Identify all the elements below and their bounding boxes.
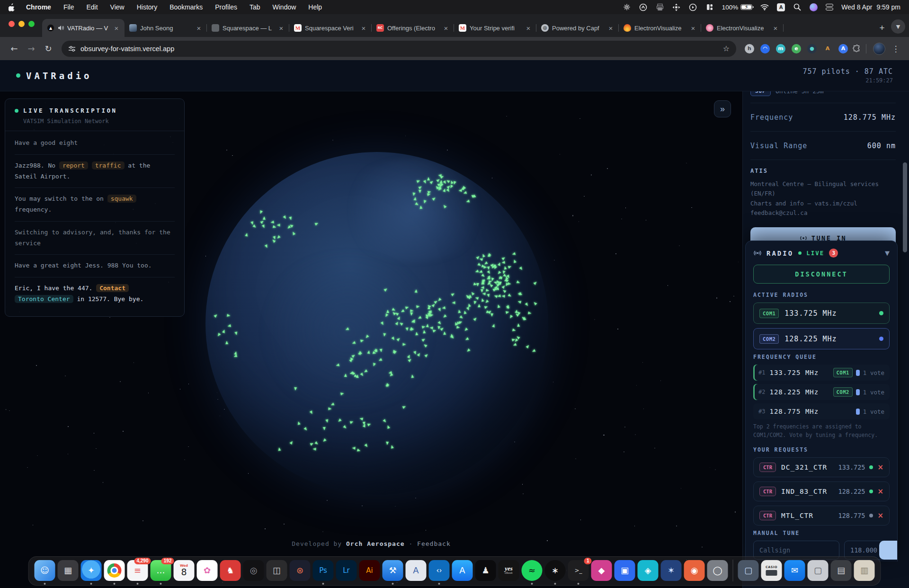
radio-panel-header[interactable]: RADIO LIVE 3 ▼ [753,249,890,258]
battery-indicator[interactable]: 100% ⚡ [722,4,753,11]
menu-item-view[interactable]: View [110,3,125,11]
profile-avatar[interactable] [873,43,885,55]
tab-2[interactable]: John Seong× [125,19,207,37]
siri-icon[interactable] [810,3,818,11]
footer-brand-link[interactable]: Orch Aerospace [346,540,405,547]
extension-icon-1[interactable]: h [745,44,754,53]
active-radio-com1[interactable]: COM1133.725 MHz [753,303,890,324]
menu-item-chrome[interactable]: Chrome [26,3,51,11]
dock-printer-app[interactable]: ▤ [831,560,852,581]
spotlight-search-icon[interactable] [793,3,802,11]
tab-close-icon[interactable]: × [606,24,615,32]
dock-terminal[interactable]: >_1 [568,560,589,581]
menu-item-tab[interactable]: Tab [250,3,260,11]
dock-vscode[interactable]: ‹› [429,560,450,581]
remove-request-icon[interactable]: × [877,463,883,472]
extension-icon-6[interactable]: A [823,44,832,53]
3d-tool-menubar-icon[interactable] [672,3,681,11]
dock-gray-disc-app[interactable]: ◯ [707,560,728,581]
extensions-puzzle-icon[interactable] [853,45,861,53]
dock-spotify[interactable]: ≈ [522,560,543,581]
tab-close-icon[interactable]: × [359,24,368,32]
dock-orange-app[interactable]: ◉ [684,560,705,581]
globe[interactable] [205,152,548,495]
minimize-window-button[interactable] [18,21,25,27]
queue-row-1[interactable]: #1133.725 MHzCOM11 vote [753,365,890,381]
tab-close-icon[interactable]: × [689,24,697,32]
scrollbar-thumb[interactable] [903,162,907,252]
dock-casio-calculator[interactable]: CASIO [761,560,782,581]
queue-row-2[interactable]: #2128.225 MHzCOM21 vote [753,384,890,400]
close-window-button[interactable] [9,21,15,27]
dock-messages[interactable]: …192 [151,560,171,581]
remove-request-icon[interactable]: × [877,511,883,520]
apple-menu-icon[interactable] [9,3,16,11]
menu-item-profiles[interactable]: Profiles [215,3,237,11]
queue-row-3[interactable]: #3128.775 MHz1 vote [753,403,890,419]
dock-finder[interactable]: ☺ [35,560,55,581]
tab-4[interactable]: MSquarespace Veri× [289,19,372,37]
url-text[interactable]: obsurvey-for-vatsim.vercel.app [80,45,174,53]
dock-hammer-tool[interactable]: ⚒ [383,560,403,581]
tab-1[interactable]: ▲VATRadio — V× [42,19,125,37]
zoom-window-button[interactable] [28,21,35,27]
dock-photos[interactable]: ✿ [197,560,218,581]
play-circle-menubar-icon[interactable] [689,3,697,11]
tab-close-icon[interactable]: × [195,24,203,32]
menu-item-bookmarks[interactable]: Bookmarks [169,3,203,11]
dock-yes-ebook[interactable]: yeseBook [499,560,519,581]
site-controls-icon[interactable] [68,45,76,52]
extension-icon-2[interactable]: ◠ [760,44,770,53]
dock-red-cat-app[interactable]: ♞ [220,560,241,581]
disconnect-button[interactable]: DISCONNECT [753,265,890,284]
dock-navy-app[interactable]: ✶ [661,560,682,581]
printer-menubar-icon[interactable] [656,3,664,11]
dock-app-store[interactable]: A [452,560,473,581]
keyword-pill[interactable]: squawk [107,195,136,203]
remove-request-icon[interactable]: × [877,487,883,496]
dock-lightroom[interactable]: Lr [336,560,357,581]
chrome-menu-icon[interactable]: ⋮ [889,44,902,53]
collapse-sidebar-button[interactable]: » [714,100,731,117]
dock-teal-app[interactable]: ◈ [638,560,659,581]
tab-close-icon[interactable]: × [277,24,285,32]
dock-drafting-app[interactable]: A [406,560,427,581]
chatgpt-menubar-icon[interactable] [623,3,631,11]
keyword-pill[interactable]: Contact [96,284,129,292]
keyword-pill[interactable]: traffic [92,161,125,169]
tab-8[interactable]: ElectronVisualize× [619,19,701,37]
manual-tune-submit-button[interactable] [879,541,898,560]
tab-3[interactable]: Squarespace — L× [207,19,289,37]
forward-button[interactable]: → [24,41,39,56]
tab-9[interactable]: ElectronVisualize× [701,19,784,37]
dock-blue-app[interactable]: ▣ [615,560,635,581]
reload-button[interactable]: ↻ [41,41,56,56]
menubar-clock[interactable]: Wed 8 Apr 9:59 pm [841,3,900,11]
dock-calendar[interactable]: Wed8 [174,560,195,581]
address-bar[interactable]: obsurvey-for-vatsim.vercel.app ☆ [62,41,736,57]
wifi-icon[interactable] [760,3,769,11]
dock-reminders[interactable]: ≡4,290 [127,560,148,581]
control-center-icon[interactable] [826,4,833,10]
dock-camera-lens-app[interactable]: ◎ [243,560,264,581]
dock-final-cut[interactable]: ◫ [267,560,287,581]
shield-menubar-icon[interactable] [639,3,648,11]
menu-item-edit[interactable]: Edit [86,3,98,11]
dock-photoshop[interactable]: Ps [313,560,334,581]
keyword-pill[interactable]: report [59,161,88,169]
dock-chatgpt[interactable]: ∗ [545,560,566,581]
tab-audio-icon[interactable] [58,25,64,31]
tab-5[interactable]: RCOfferings (Electro× [372,19,454,37]
back-button[interactable]: ← [7,41,22,56]
dock-illustrator[interactable]: Ai [359,560,380,581]
extension-icon-7[interactable]: A [838,44,848,53]
dock-mail[interactable]: ✉ [784,560,805,581]
dock-safari[interactable]: ✦ [81,560,102,581]
menu-item-file[interactable]: File [63,3,74,11]
tab-close-icon[interactable]: × [112,24,121,32]
dock-davinci-resolve[interactable]: ⊛ [290,560,311,581]
dock-trash-basket[interactable]: ▥ [854,560,875,581]
dock-monitor-app[interactable]: ▢ [808,560,829,581]
dock-kindle[interactable]: ♟ [475,560,496,581]
dock-display-app[interactable]: ▢ [738,560,759,581]
